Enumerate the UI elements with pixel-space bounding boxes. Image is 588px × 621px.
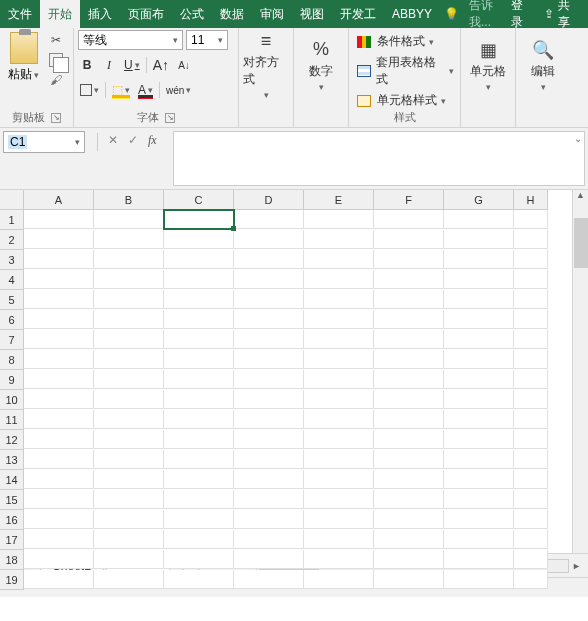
cell[interactable] — [374, 350, 444, 369]
cell[interactable] — [234, 410, 304, 429]
cell[interactable] — [304, 390, 374, 409]
cell[interactable] — [374, 310, 444, 329]
cell[interactable] — [304, 470, 374, 489]
cell[interactable] — [164, 310, 234, 329]
cell[interactable] — [24, 250, 94, 269]
select-all-corner[interactable] — [0, 190, 24, 210]
cell[interactable] — [164, 510, 234, 529]
cell[interactable] — [94, 450, 164, 469]
cell[interactable] — [94, 470, 164, 489]
cell[interactable] — [94, 330, 164, 349]
cell[interactable] — [164, 530, 234, 549]
cell[interactable] — [444, 490, 514, 509]
cell[interactable] — [514, 550, 548, 569]
cell[interactable] — [94, 550, 164, 569]
row-header[interactable]: 17 — [0, 530, 24, 550]
cell[interactable] — [374, 390, 444, 409]
cell[interactable] — [514, 270, 548, 289]
row-header[interactable]: 14 — [0, 470, 24, 490]
cell[interactable] — [234, 570, 304, 589]
cell[interactable] — [164, 270, 234, 289]
cell[interactable] — [94, 570, 164, 589]
cell[interactable] — [514, 330, 548, 349]
cell[interactable] — [164, 290, 234, 309]
underline-button[interactable]: U▾ — [122, 55, 142, 75]
cell[interactable] — [234, 450, 304, 469]
cell[interactable] — [514, 350, 548, 369]
number-format-button[interactable]: % 数字 ▾ — [298, 30, 344, 100]
cell[interactable] — [374, 270, 444, 289]
cell[interactable] — [234, 310, 304, 329]
cell[interactable] — [374, 430, 444, 449]
cell[interactable] — [444, 330, 514, 349]
cell[interactable] — [444, 390, 514, 409]
paste-button[interactable]: 粘贴▾ — [4, 30, 43, 85]
cell[interactable] — [514, 530, 548, 549]
cell[interactable] — [164, 430, 234, 449]
cell[interactable] — [24, 390, 94, 409]
cell[interactable] — [374, 230, 444, 249]
conditional-formatting-button[interactable]: 条件格式▾ — [353, 32, 436, 51]
cell[interactable] — [234, 490, 304, 509]
row-header[interactable]: 10 — [0, 390, 24, 410]
cell[interactable] — [444, 530, 514, 549]
tab-file[interactable]: 文件 — [0, 0, 40, 28]
bold-button[interactable]: B — [78, 55, 96, 75]
expand-formula-bar[interactable]: ⌄ — [574, 133, 582, 144]
cell[interactable] — [94, 490, 164, 509]
cell[interactable] — [514, 230, 548, 249]
enter-formula-button[interactable]: ✓ — [128, 133, 138, 147]
cell[interactable] — [164, 410, 234, 429]
cell[interactable] — [234, 330, 304, 349]
cell[interactable] — [514, 210, 548, 229]
cell[interactable] — [234, 250, 304, 269]
tab-abbyy[interactable]: ABBYY — [384, 0, 440, 28]
cell[interactable] — [94, 210, 164, 229]
cell[interactable] — [24, 470, 94, 489]
column-header[interactable]: C — [164, 190, 234, 210]
share-button[interactable]: ⇪ 共享 — [536, 0, 582, 31]
cell[interactable] — [164, 550, 234, 569]
cell[interactable] — [24, 430, 94, 449]
cell[interactable] — [374, 290, 444, 309]
cell[interactable] — [514, 250, 548, 269]
cell[interactable] — [24, 350, 94, 369]
copy-button[interactable] — [47, 52, 65, 68]
font-launcher[interactable]: ↘ — [165, 113, 175, 123]
cell[interactable] — [304, 510, 374, 529]
cell[interactable] — [444, 290, 514, 309]
row-header[interactable]: 16 — [0, 510, 24, 530]
cell[interactable] — [514, 390, 548, 409]
cell[interactable] — [304, 330, 374, 349]
tab-formulas[interactable]: 公式 — [172, 0, 212, 28]
cell[interactable] — [444, 370, 514, 389]
grow-font-button[interactable]: A↑ — [151, 55, 171, 75]
vscroll-thumb[interactable] — [574, 218, 588, 268]
cell[interactable] — [444, 470, 514, 489]
cell-styles-button[interactable]: 单元格样式▾ — [353, 91, 448, 110]
cell[interactable] — [514, 410, 548, 429]
tab-view[interactable]: 视图 — [292, 0, 332, 28]
cell[interactable] — [24, 530, 94, 549]
cell[interactable] — [24, 550, 94, 569]
cell[interactable] — [234, 390, 304, 409]
cell[interactable] — [514, 430, 548, 449]
cell[interactable] — [444, 510, 514, 529]
tab-review[interactable]: 审阅 — [252, 0, 292, 28]
format-painter-button[interactable]: 🖌 — [47, 72, 65, 88]
cell[interactable] — [94, 310, 164, 329]
column-header[interactable]: F — [374, 190, 444, 210]
row-header[interactable]: 4 — [0, 270, 24, 290]
cell[interactable] — [374, 250, 444, 269]
cell[interactable] — [24, 290, 94, 309]
cell[interactable] — [304, 370, 374, 389]
column-header[interactable]: A — [24, 190, 94, 210]
cell[interactable] — [94, 270, 164, 289]
cut-button[interactable]: ✂ — [47, 32, 65, 48]
cell[interactable] — [304, 290, 374, 309]
cell[interactable] — [24, 270, 94, 289]
cell[interactable] — [94, 370, 164, 389]
row-header[interactable]: 9 — [0, 370, 24, 390]
column-header[interactable]: H — [514, 190, 548, 210]
tab-developer[interactable]: 开发工 — [332, 0, 384, 28]
